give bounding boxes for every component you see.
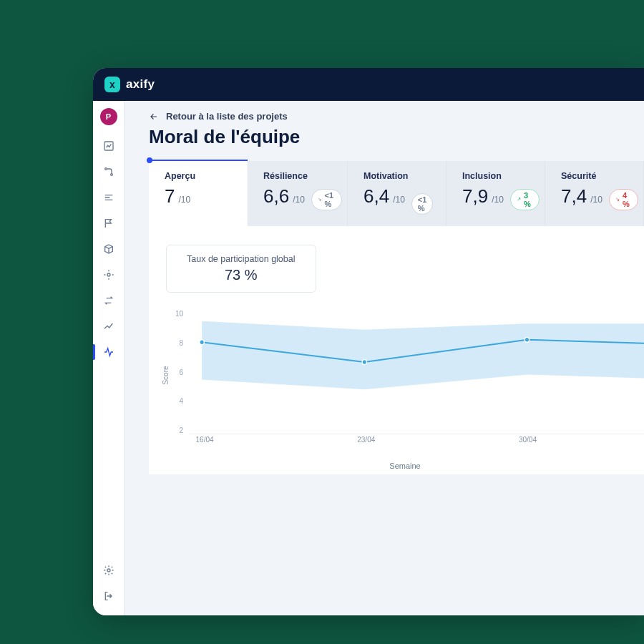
tab-denom: /10 (590, 195, 602, 205)
settings-icon (103, 565, 114, 576)
back-label: Retour à la liste des projets (166, 111, 288, 122)
tab-denom: /10 (393, 195, 405, 205)
tab-value: 7,4 (561, 185, 587, 208)
sidebar-item-timeline[interactable] (93, 187, 125, 208)
tab-value: 6,4 (364, 185, 389, 208)
trend-up-icon (517, 196, 521, 203)
tab-delta: <1 % (411, 193, 434, 215)
kpi-value: 73 % (225, 267, 258, 283)
tab-delta: <1 % (311, 189, 343, 210)
tab-active-indicator (149, 160, 248, 161)
tab-denom: /10 (178, 195, 190, 205)
tab-inclusion[interactable]: Inclusion 7,9 /10 3 % (447, 161, 545, 226)
svg-point-6 (200, 340, 204, 345)
tab-dot-icon (147, 157, 152, 163)
tab-label: Motivation (364, 171, 430, 181)
svg-point-3 (107, 273, 110, 276)
score-chart: Score 108642 16/0423/0430/04 Semaine (166, 310, 644, 453)
logo-icon: x (104, 77, 120, 92)
tab-apercu[interactable]: Aperçu 7 /10 (149, 161, 248, 226)
tab-value: 7 (165, 185, 175, 208)
tab-label: Inclusion (462, 171, 529, 181)
sidebar-item-logout[interactable] (93, 585, 125, 607)
content-card: Taux de participation global 73 % Score … (149, 226, 644, 474)
chart-icon (103, 140, 114, 152)
titlebar: x axify (93, 68, 644, 101)
x-axis-label: Semaine (389, 462, 420, 470)
tab-label: Résilience (263, 171, 331, 181)
svg-point-2 (110, 174, 112, 176)
logo-letter: x (109, 79, 115, 90)
tab-securite[interactable]: Sécurité 7,4 /10 4 % (545, 161, 644, 226)
tab-delta: 3 % (510, 189, 540, 210)
main-content: Retour à la liste des projets Moral de l… (125, 101, 644, 615)
package-icon (103, 243, 114, 255)
swap-icon (103, 295, 114, 306)
sidebar-item-swap[interactable] (93, 290, 125, 311)
trend-down-icon (615, 196, 620, 203)
trend-icon (103, 321, 114, 332)
flow-icon (103, 166, 114, 177)
sidebar-item-flag[interactable] (93, 213, 125, 234)
sidebar-item-activity[interactable] (93, 341, 125, 363)
page-title: Moral de l'équipe (149, 126, 644, 148)
arrow-left-icon (149, 112, 159, 122)
timeline-icon (103, 192, 114, 203)
y-axis: 108642 (166, 310, 186, 434)
sidebar-item-settings[interactable] (93, 560, 125, 581)
svg-point-1 (104, 168, 107, 170)
tab-denom: /10 (293, 195, 305, 205)
sidebar: P (93, 101, 125, 615)
brand-name: axify (126, 77, 155, 92)
logout-icon (103, 590, 114, 602)
activity-icon (103, 346, 114, 358)
sidebar-item-target[interactable] (93, 264, 125, 286)
tab-motivation[interactable]: Motivation 6,4 /10 <1 % (348, 161, 447, 226)
svg-point-8 (525, 337, 529, 342)
tabs: Aperçu 7 /10 Résilience 6,6 /10 <1 % (149, 161, 644, 226)
sidebar-item-trend[interactable] (93, 316, 125, 337)
body-row: P (93, 101, 644, 615)
tab-value: 7,9 (462, 185, 488, 208)
tab-denom: /10 (492, 195, 504, 205)
app-frame: x axify P (93, 68, 644, 615)
target-icon (103, 269, 114, 280)
avatar[interactable]: P (100, 108, 117, 125)
trend-flat-icon (318, 196, 322, 203)
svg-point-4 (107, 569, 110, 572)
kpi-label: Taux de participation global (187, 254, 296, 264)
flag-icon (103, 218, 114, 229)
svg-point-7 (362, 360, 366, 365)
sidebar-item-chart[interactable] (93, 135, 125, 157)
x-axis: 16/0423/0430/04 (192, 436, 644, 453)
sidebar-item-package[interactable] (93, 238, 125, 260)
plot-svg (189, 310, 644, 434)
tab-resilience[interactable]: Résilience 6,6 /10 <1 % (248, 161, 348, 226)
tab-label: Sécurité (561, 171, 628, 181)
tab-value: 6,6 (263, 185, 289, 208)
back-link[interactable]: Retour à la liste des projets (149, 111, 644, 122)
tab-label: Aperçu (165, 171, 231, 181)
tab-delta: 4 % (609, 189, 638, 210)
sidebar-item-flow[interactable] (93, 161, 125, 182)
kpi-participation: Taux de participation global 73 % (166, 245, 316, 293)
